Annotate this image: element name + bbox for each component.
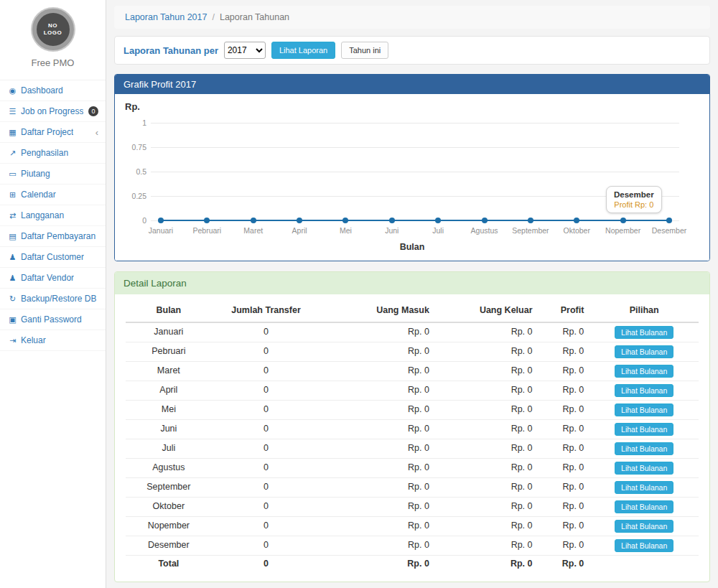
detail-table-wrap: Bulan Jumlah Transfer Uang Masuk Uang Ke… — [115, 294, 709, 581]
total-uang-keluar: Rp. 0 — [435, 555, 538, 572]
lihat-bulanan-button[interactable]: Lihat Bulanan — [615, 365, 673, 378]
sidebar-item-keluar[interactable]: ⇥ Keluar — [0, 330, 106, 351]
chart-point-juni[interactable] — [389, 218, 395, 223]
cell-jumlah-transfer: 0 — [212, 419, 321, 439]
sidebar-item-label: Calendar — [21, 190, 56, 200]
cell-jumlah-transfer: 0 — [212, 400, 321, 419]
chart-point-september[interactable] — [528, 218, 533, 223]
cell-pilihan: Lihat Bulanan — [589, 419, 699, 439]
brand-name: Free PMO — [7, 57, 98, 68]
lihat-bulanan-button[interactable]: Lihat Bulanan — [615, 462, 673, 475]
sidebar-item-daftar-customer[interactable]: ♟ Daftar Customer — [0, 247, 106, 268]
cell-uang-masuk: Rp. 0 — [320, 477, 435, 497]
lihat-bulanan-button[interactable]: Lihat Bulanan — [615, 500, 673, 513]
chart-panel: Grafik Profit 2017 Rp. Desember Profit R… — [114, 74, 710, 261]
cell-uang-masuk: Rp. 0 — [320, 381, 435, 400]
breadcrumb-link-laporan-tahun[interactable]: Laporan Tahun 2017 — [125, 12, 207, 22]
cell-profit: Rp. 0 — [538, 477, 590, 497]
cell-bulan: Nopember — [126, 516, 212, 536]
sidebar-item-label: Daftar Pembayaran — [21, 231, 95, 241]
report-filter-panel: Laporan Tahunan per 2017 Lihat Laporan T… — [114, 36, 710, 65]
sidebar-item-ganti-password[interactable]: ▣ Ganti Password — [0, 309, 106, 330]
sidebar-item-daftar-vendor[interactable]: ♟ Daftar Vendor — [0, 268, 106, 289]
sidebar-item-daftar-project[interactable]: ▦ Daftar Project ‹ — [0, 122, 106, 143]
chart-point-mei[interactable] — [342, 218, 348, 223]
cell-jumlah-transfer: 0 — [212, 536, 321, 555]
cell-bulan: Agustus — [126, 458, 212, 477]
lihat-bulanan-button[interactable]: Lihat Bulanan — [615, 520, 673, 533]
sidebar-item-piutang[interactable]: ▭ Piutang — [0, 164, 106, 185]
cell-profit: Rp. 0 — [538, 419, 590, 439]
chart-point-nopember[interactable] — [620, 218, 626, 223]
cell-uang-keluar: Rp. 0 — [435, 361, 538, 381]
sidebar-item-label: Daftar Vendor — [21, 273, 74, 283]
sidebar-item-label: Piutang — [21, 169, 50, 179]
sidebar-item-backup-restore-db[interactable]: ↻ Backup/Restore DB — [0, 289, 106, 309]
cell-bulan: Oktober — [126, 497, 212, 516]
sidebar-item-penghasilan[interactable]: ↗ Penghasilan — [0, 143, 106, 164]
chart-point-pebruari[interactable] — [204, 218, 210, 223]
lock-icon: ▣ — [7, 315, 18, 325]
cell-bulan: Mei — [126, 400, 212, 419]
table-header-row: Bulan Jumlah Transfer Uang Masuk Uang Ke… — [126, 300, 699, 322]
cell-pilihan: Lihat Bulanan — [589, 322, 699, 342]
cell-uang-keluar: Rp. 0 — [435, 516, 538, 536]
table-total-row: Total 0 Rp. 0 Rp. 0 Rp. 0 — [126, 555, 699, 572]
sidebar-item-daftar-pembayaran[interactable]: ▤ Daftar Pembayaran — [0, 226, 106, 247]
table-icon: ▦ — [7, 128, 18, 137]
chart-point-maret[interactable] — [251, 218, 256, 223]
cell-uang-keluar: Rp. 0 — [435, 536, 538, 555]
lihat-bulanan-button[interactable]: Lihat Bulanan — [615, 539, 673, 552]
breadcrumb-current: Laporan Tahunan — [220, 12, 289, 22]
cell-uang-masuk: Rp. 0 — [320, 342, 435, 361]
year-select[interactable]: 2017 — [224, 42, 266, 59]
sidebar-item-label: Ganti Password — [21, 314, 82, 325]
sidebar-item-label: Daftar Customer — [21, 252, 84, 262]
filter-label: Laporan Tahunan per — [123, 45, 218, 56]
chart-y-tick: 0.25 — [115, 192, 146, 200]
sidebar-item-dashboard[interactable]: ◉ Dashboard — [0, 80, 106, 101]
detail-table: Bulan Jumlah Transfer Uang Masuk Uang Ke… — [126, 300, 699, 572]
cell-profit: Rp. 0 — [538, 536, 590, 555]
sidebar-item-calendar[interactable]: ⊞ Calendar — [0, 185, 106, 205]
cell-bulan: Juni — [126, 419, 212, 439]
lihat-bulanan-button[interactable]: Lihat Bulanan — [615, 442, 673, 455]
chart-point-april[interactable] — [297, 218, 302, 223]
cell-profit: Rp. 0 — [538, 516, 590, 536]
cell-uang-keluar: Rp. 0 — [435, 497, 538, 516]
cell-pilihan: Lihat Bulanan — [589, 342, 699, 361]
chart-point-oktober[interactable] — [574, 218, 579, 223]
cell-pilihan: Lihat Bulanan — [589, 361, 699, 381]
sidebar-item-langganan[interactable]: ⇄ Langganan — [0, 205, 106, 226]
lihat-bulanan-button[interactable]: Lihat Bulanan — [615, 403, 673, 416]
chart-point-desember[interactable] — [666, 218, 672, 223]
cell-uang-masuk: Rp. 0 — [320, 322, 435, 342]
lihat-bulanan-button[interactable]: Lihat Bulanan — [615, 345, 673, 358]
cell-jumlah-transfer: 0 — [212, 458, 321, 477]
sidebar-item-job-on-progress[interactable]: ☰ Job on Progress 0 — [0, 101, 106, 122]
chart-y-tick: 1 — [115, 118, 146, 127]
lihat-laporan-button[interactable]: Lihat Laporan — [271, 42, 335, 59]
lihat-bulanan-button[interactable]: Lihat Bulanan — [615, 481, 673, 494]
tahun-ini-button[interactable]: Tahun ini — [341, 42, 388, 59]
cell-profit: Rp. 0 — [538, 400, 590, 419]
lihat-bulanan-button[interactable]: Lihat Bulanan — [615, 423, 673, 436]
credit-card-icon: ▭ — [7, 169, 18, 179]
table-row: Agustus 0 Rp. 0 Rp. 0 Rp. 0 Lihat Bulana… — [126, 458, 699, 477]
cell-bulan: Maret — [126, 361, 212, 381]
chart-point-agustus[interactable] — [482, 218, 488, 223]
app-logo: NO LOGO — [32, 9, 74, 50]
cell-jumlah-transfer: 0 — [212, 361, 321, 381]
chart-x-tick: Desember — [639, 226, 699, 235]
cell-uang-masuk: Rp. 0 — [320, 497, 435, 516]
chart-point-juli[interactable] — [435, 218, 441, 223]
lihat-bulanan-button[interactable]: Lihat Bulanan — [615, 384, 673, 397]
cell-jumlah-transfer: 0 — [212, 322, 321, 342]
lihat-bulanan-button[interactable]: Lihat Bulanan — [615, 326, 673, 339]
cell-uang-masuk: Rp. 0 — [320, 516, 435, 536]
cell-profit: Rp. 0 — [538, 381, 590, 400]
sidebar-item-label: Daftar Project — [21, 127, 73, 137]
cell-profit: Rp. 0 — [538, 361, 590, 381]
count-badge: 0 — [88, 106, 98, 116]
chart-point-januari[interactable] — [158, 218, 164, 223]
